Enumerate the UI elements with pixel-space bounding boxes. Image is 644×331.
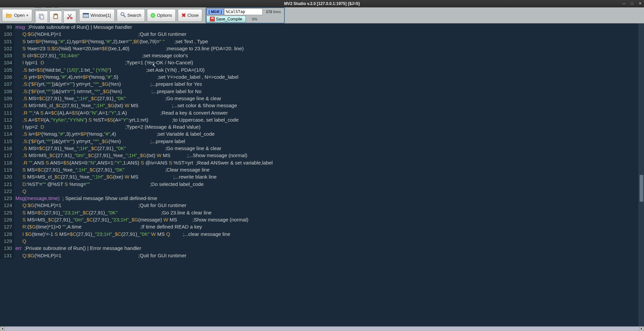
code-line[interactable]: 116 .S MS=$C(27,91)_%xe_";1H"_$C(27,91)_… — [0, 145, 639, 152]
code-content[interactable]: .S:('$F(yrt,"^"))&(yrt'="") yrt=yrt_"^"_… — [14, 80, 639, 87]
code-content[interactable]: .S yrt=$P(%msg,"#",4),nrt=$P(%msg,"#",5)… — [14, 73, 639, 80]
hscroll-track[interactable] — [5, 327, 639, 331]
code-line[interactable]: 112 .S A=$TR(A,"YyNn","YYNN") S %ST=$S(A… — [0, 116, 639, 123]
svg-line-8 — [124, 15, 125, 17]
code-line[interactable]: 104 I typ=1 D ;Type=1 (Yes-OK / No-Cance… — [0, 59, 639, 66]
save-icon — [210, 17, 215, 21]
code-line[interactable]: 114 .S iv=$P(%msg,"#",3),yrt=$P(%msg,"#"… — [0, 130, 639, 137]
line-number: 102 — [0, 45, 14, 52]
code-line[interactable]: 108 .S:('$F(nrt,"^"))&(nrt'="") nrt=nrt_… — [0, 88, 639, 95]
code-content[interactable]: .S MS=$C(27,91)_%xe_";1H"_$C(27,91)_"0K"… — [14, 145, 639, 152]
code-line[interactable]: 106 .S yrt=$P(%msg,"#",4),nrt=$P(%msg,"#… — [0, 73, 639, 80]
close-window-button[interactable]: ✕ — [637, 1, 643, 6]
code-line[interactable]: 119 S MS=$C(27,91)_%xe_";1H"_$C(27,91)_"… — [0, 166, 639, 173]
code-line[interactable]: 101 S txt=$P(%msg,"#",1),typ=$P(%msg,"#"… — [0, 38, 639, 45]
code-content[interactable]: S cl=$C(27,91)_"31;44m" ;set message col… — [14, 52, 639, 59]
scroll-thumb[interactable] — [640, 175, 643, 202]
code-content[interactable]: I $G(time)'=-1 S MS=$C(27,91)_"23;1H"_$C… — [14, 230, 639, 238]
code-content[interactable]: Msg(message,time) ; Special message Show… — [14, 195, 639, 202]
code-line[interactable]: 118 .R "",ANS S ANS=$S(ANS=0:"N",ANS=1:"… — [0, 159, 639, 166]
code-line[interactable]: 99msg ;Private subroutine of Run() | Mes… — [0, 23, 639, 30]
code-content[interactable]: .S iv=$P(%msg,"#",3),yrt=$P(%msg,"#",4) … — [14, 130, 639, 137]
code-line[interactable]: 100 Q:$G(%DHLP)=1 ;Quit for GUI runtimer — [0, 30, 639, 38]
options-button[interactable]: Options — [147, 9, 176, 22]
code-content[interactable]: Q — [14, 238, 639, 245]
svg-point-7 — [121, 13, 124, 16]
line-number: 127 — [0, 223, 14, 230]
code-line[interactable]: 102 S %xe=23 S:$G(%iid) %xe=20,txe=$E(tx… — [0, 45, 639, 52]
code-content[interactable]: .S A=$TR(A,"YyNn","YYNN") S %ST=$S(A="Y"… — [14, 116, 639, 123]
code-content[interactable]: S %xe=23 S:$G(%iid) %xe=20,txe=$E(txe,1,… — [14, 45, 639, 52]
code-line[interactable]: 129 Q — [0, 238, 639, 245]
code-line[interactable]: 131 Q:$G(%DHLP)=1 ;Quit for GUI runtimer — [0, 252, 639, 259]
search-button[interactable]: Search — [117, 9, 145, 22]
scroll-right-button[interactable]: ► — [639, 327, 644, 331]
code-line[interactable]: 121 D:%ST'="" @%ST S %msg="" ;Do selecte… — [0, 181, 639, 188]
code-line[interactable]: 110 .S MS=MS_cl_$C(27,91)_%xe_";1H"_$G(t… — [0, 102, 639, 109]
code-line[interactable]: 128 I $G(time)'=-1 S MS=$C(27,91)_"23;1H… — [0, 230, 639, 238]
code-content[interactable]: Q — [14, 188, 639, 195]
code-content[interactable]: .R "",ANS S ANS=$S(ANS=0:"N",ANS=1:"Y",1… — [14, 159, 639, 166]
paste-button[interactable] — [49, 11, 62, 23]
code-content[interactable]: .R "",*A S A=$C(A),A=$S(A=0:"N",A=1:"Y",… — [14, 109, 639, 116]
code-content[interactable]: S MS=MS_$C(27,91)_"0m"_$C(27,91)_"23;1H"… — [14, 216, 639, 223]
save-compile-button[interactable]: Save_Compile — [206, 16, 246, 22]
code-line[interactable]: 115 .S:('$F(yrt,"^"))&(yrt'="") yrt=yrt_… — [0, 138, 639, 145]
code-line[interactable]: 130err ;Private subroutine of Run() | Er… — [0, 245, 639, 252]
titlebar: MV2 Studio v.2.0 [127.0.0.1:1975] {$J=5}… — [0, 0, 644, 7]
code-content[interactable]: S MS=MS_cl_$C(27,91)_%xe_";1H"_$G(txe) W… — [14, 173, 639, 180]
code-line[interactable]: 113 I typ=2 D ;Type=2 (Message & Read Va… — [0, 123, 639, 130]
horizontal-scrollbar[interactable]: ◄ ► — [0, 326, 644, 331]
cut-button[interactable] — [63, 11, 76, 23]
code-content[interactable]: msg ;Private subroutine of Run() | Messa… — [14, 23, 639, 30]
code-content[interactable]: R:($G(time)*1)>0 "",A:time ;If time defi… — [14, 223, 639, 230]
code-content[interactable]: S MS=$C(27,91)_%xe_";1H"_$C(27,91)_"0K" … — [14, 166, 639, 173]
code-line[interactable]: 122 Q — [0, 188, 639, 195]
open-button[interactable]: Open + — [2, 9, 32, 22]
code-content[interactable]: .S MS=MS_$C(27,91)_"0m"_$C(27,91)_%xe_";… — [14, 152, 639, 159]
code-line[interactable]: 127 R:($G(time)*1)>0 "",A:time ;If time … — [0, 223, 639, 230]
code-content[interactable]: .S:('$F(yrt,"^"))&(yrt'="") yrt=yrt_"^"_… — [14, 138, 639, 145]
line-number: 129 — [0, 238, 14, 245]
line-number: 106 — [0, 73, 14, 80]
copy-button[interactable] — [35, 11, 48, 23]
code-content[interactable]: I typ=1 D ;Type=1 (Yes-OK / No-Cancel) — [14, 59, 639, 66]
line-number: 122 — [0, 188, 14, 195]
vertical-scrollbar[interactable] — [639, 23, 644, 326]
minimize-button[interactable]: — — [621, 1, 627, 6]
line-number: 109 — [0, 95, 14, 102]
maximize-button[interactable]: □ — [629, 1, 635, 6]
code-editor[interactable]: 99msg ;Private subroutine of Run() | Mes… — [0, 23, 639, 326]
code-content[interactable]: .S:('$F(nrt,"^"))&(nrt'="") nrt=nrt_"^"_… — [14, 88, 639, 95]
code-content[interactable]: .S txt=$S(%iid:txt_" (1/0)",1:txt_" (Y/N… — [14, 66, 639, 73]
code-content[interactable]: S txt=$P(%msg,"#",1),typ=$P(%msg,"#",2),… — [14, 38, 639, 45]
code-line[interactable]: 123Msg(message,time) ; Special message S… — [0, 195, 639, 202]
code-content[interactable]: S MS=$C(27,91)_"23;1H"_$C(27,91)_"0K" ;G… — [14, 209, 639, 216]
routine-name-input[interactable] — [224, 8, 263, 15]
code-line[interactable]: 125 S MS=$C(27,91)_"23;1H"_$C(27,91)_"0K… — [0, 209, 639, 216]
scroll-left-button[interactable]: ◄ — [0, 327, 5, 331]
code-content[interactable]: err ;Private subroutine of Run() | Error… — [14, 245, 639, 252]
code-line[interactable]: 105 .S txt=$S(%iid:txt_" (1/0)",1:txt_" … — [0, 66, 639, 73]
line-number: 114 — [0, 130, 14, 137]
code-content[interactable]: D:%ST'="" @%ST S %msg="" ;Do selected la… — [14, 181, 639, 188]
code-content[interactable]: Q:$G(%DHLP)=1 ;Quit for GUI runtimer — [14, 202, 639, 209]
code-line[interactable]: 124 Q:$G(%DHLP)=1 ;Quit for GUI runtimer — [0, 202, 639, 209]
code-content[interactable]: .S MS=MS_cl_$C(27,91)_%xe_";1H"_$G(txt) … — [14, 102, 639, 109]
close-label: Close — [187, 13, 199, 18]
window-button[interactable]: Window[1] — [79, 9, 115, 22]
code-content[interactable]: .S MS=$C(27,91)_%xe_";1H"_$C(27,91)_"0K"… — [14, 95, 639, 102]
close-button[interactable]: ✖ Close — [178, 9, 202, 22]
code-line[interactable]: 120 S MS=MS_cl_$C(27,91)_%xe_";1H"_$G(tx… — [0, 173, 639, 180]
code-line[interactable]: 117 .S MS=MS_$C(27,91)_"0m"_$C(27,91)_%x… — [0, 152, 639, 159]
svg-rect-3 — [55, 14, 57, 15]
code-line[interactable]: 126 S MS=MS_$C(27,91)_"0m"_$C(27,91)_"23… — [0, 216, 639, 223]
code-content[interactable]: Q:$G(%DHLP)=1 ;Quit for GUI runtimer — [14, 252, 639, 259]
code-content[interactable]: Q:$G(%DHLP)=1 ;Quit for GUI runtimer — [14, 30, 639, 38]
code-line[interactable]: 109 .S MS=$C(27,91)_%xe_";1H"_$C(27,91)_… — [0, 95, 639, 102]
code-line[interactable]: 111 .R "",*A S A=$C(A),A=$S(A=0:"N",A=1:… — [0, 109, 639, 116]
code-line[interactable]: 107 .S:('$F(yrt,"^"))&(yrt'="") yrt=yrt_… — [0, 80, 639, 87]
code-content[interactable]: I typ=2 D ;Type=2 (Message & Read Value) — [14, 123, 639, 130]
line-number: 118 — [0, 159, 14, 166]
code-line[interactable]: 103 S cl=$C(27,91)_"31;44m" ;set message… — [0, 52, 639, 59]
